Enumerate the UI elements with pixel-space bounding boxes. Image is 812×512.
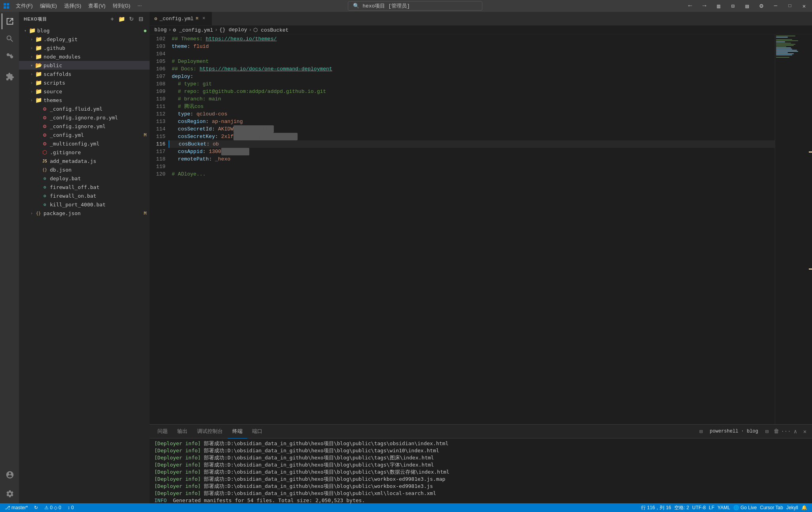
bat-file-icon: ⚙ [41,192,48,199]
layout-icon2[interactable]: ▤ [742,1,752,11]
terminal-content[interactable]: [Deployer info] 部署成功:D:\obsidian_data_in… [150,438,812,503]
panel-split-icon2[interactable]: ⊟ [763,427,771,435]
tree-item-firewall-off[interactable]: › ⚙ firewall_off.bat [19,183,150,191]
line-num-120: 120 [150,170,165,178]
status-eol[interactable]: LF [707,503,716,512]
tree-item-multiconfig[interactable]: › ⚙ _multiconfig.yml [19,139,150,148]
menu-view[interactable]: 查看(V) [85,2,108,10]
tab-close-button[interactable]: × [201,15,207,22]
code-token [172,148,178,155]
editor-scrollbar[interactable] [806,34,812,424]
tree-item-kill-port[interactable]: › ⚙ kill_port_4000.bat [19,200,150,209]
tree-item-scaffolds[interactable]: › 📁 scaffolds [19,70,150,78]
tree-item-db-json[interactable]: › {} db.json [19,165,150,174]
panel-tab-debug[interactable]: 调试控制台 [192,425,228,438]
menu-file[interactable]: 文件(F) [13,2,36,10]
tree-item-add-metadata[interactable]: › JS add_metadata.js [19,157,150,165]
panel-more-button[interactable]: ··· [782,427,790,435]
status-jekyll[interactable]: Jekyll [785,503,800,512]
collapse-button[interactable]: ⊟ [137,15,145,23]
activity-explorer[interactable] [2,13,17,29]
status-info-count: 0 [71,505,74,510]
status-info[interactable]: ↕ 0 [66,503,76,512]
refresh-button[interactable]: ↻ [127,15,135,23]
breadcrumb-item[interactable]: blog [154,27,167,33]
status-notifications[interactable]: 🔔 [800,503,809,512]
status-encoding[interactable]: UTF-8 [691,503,707,512]
menu-goto[interactable]: 转到(G) [110,2,134,10]
panel-tab-output[interactable]: 输出 [173,425,192,438]
layout-split-icon[interactable]: ⊟ [728,1,738,11]
panel-close-button[interactable]: ✕ [801,427,809,435]
nav-back-button[interactable]: ← [685,1,695,11]
status-errors[interactable]: ⚠ 0 ◇ 0 [43,503,63,512]
activity-search[interactable] [2,31,17,47]
minimap-content [775,34,806,59]
tree-item-deploy-bat[interactable]: › ⚙ deploy.bat [19,174,150,183]
nav-forward-button[interactable]: → [700,1,709,11]
tree-item-package-json[interactable]: › {} package.json M [19,209,150,217]
minimize-button[interactable]: ─ [771,1,780,11]
tree-item-deploy-git[interactable]: › 📁 .deploy_git [19,35,150,43]
tree-item-gitignore[interactable]: › ⬡ .gitignore [19,148,150,157]
status-language[interactable]: YAML [716,503,732,512]
panel-tab-problems[interactable]: 问题 [153,425,173,438]
activity-extensions[interactable] [2,69,17,85]
code-token: # branch: main [172,95,221,103]
line-num-115: 115 [150,133,165,140]
tree-item-config-ignore[interactable]: › ⚙ _config.ignore.yml [19,122,150,130]
tree-item-config-yml[interactable]: › ⚙ _config.yml M [19,130,150,139]
code-token [172,110,178,118]
status-branch[interactable]: ⎇ master* [3,503,29,512]
tree-item-scripts[interactable]: › 📁 scripts [19,78,150,87]
tree-item-themes[interactable]: › 📁 themes [19,96,150,104]
code-line-112: type : qcloud-cos [169,110,775,118]
activity-settings[interactable] [2,486,17,502]
line-num-108: 108 [150,80,165,88]
status-position[interactable]: 行 116，列 16 [639,503,673,512]
panel-tab-terminal[interactable]: 终端 [228,425,247,438]
new-folder-button[interactable]: 📁 [118,15,126,23]
settings-icon[interactable]: ⚙ [757,1,766,11]
json-file-icon: {} [35,210,42,217]
breadcrumb-item[interactable]: {} deploy [219,27,247,33]
close-button[interactable]: ✕ [799,1,809,11]
activity-accounts[interactable] [2,467,17,483]
tree-item-github[interactable]: › 📁 .github [19,43,150,52]
panel-trash-button[interactable]: 🗑 [772,427,780,435]
menu-edit[interactable]: 编辑(E) [37,2,60,10]
folder-icon: 📁 [35,44,42,51]
sync-icon: ↻ [34,505,38,510]
status-golive[interactable]: 🌐 Go Live [732,503,758,512]
tree-item-label: scaffolds [44,71,150,77]
code-token: 2xlf [221,133,233,140]
status-encoding-label: UTF-8 [692,505,706,510]
status-cursor-tab[interactable]: Cursor Tab [759,503,785,512]
tree-item-firewall-on[interactable]: › ⚙ firewall_on.bat [19,191,150,200]
tree-item-config-ignore-pro[interactable]: › ⚙ _config.ignore.pro.yml [19,113,150,122]
breadcrumb-item[interactable]: ⬡ cosBucket [253,27,288,33]
search-box[interactable]: hexo项目 [管理员] [362,2,410,9]
panel-tab-ports[interactable]: 端口 [247,425,267,438]
menu-select[interactable]: 选择(S) [61,2,84,10]
menu-more[interactable]: ··· [134,2,145,10]
tree-item-node-modules[interactable]: › 📁 node_modules [19,52,150,61]
new-file-button[interactable]: + [108,15,116,23]
folder-icon: 📁 [35,70,42,77]
line-num-106: 106 [150,65,165,73]
tab-config-yml[interactable]: ⚙ _config.yml M × [150,12,212,25]
panel-split-button[interactable]: ⊟ [697,427,705,435]
breadcrumb-item[interactable]: ⚙ _config.yml [173,27,213,33]
editor-content[interactable]: ## Themes: https://hexo.io/themes/ theme… [169,34,775,424]
status-spaces[interactable]: 空格: 2 [673,503,691,512]
tree-item-config-fluid[interactable]: › ⚙ _config.fluid.yml [19,104,150,113]
layout-icon[interactable]: ▥ [714,1,723,11]
tree-item-public[interactable]: ▾ 📂 public [19,61,150,70]
tree-item-source[interactable]: › 📁 source [19,87,150,96]
status-sync[interactable]: ↻ [32,503,40,512]
yaml-file-icon: ⚙ [41,140,48,147]
activity-source-control[interactable] [2,48,17,64]
panel-expand-button[interactable]: ∧ [791,427,799,435]
tree-item-blog[interactable]: ▾ 📁 blog ● [19,26,150,35]
maximize-button[interactable]: □ [785,1,795,11]
